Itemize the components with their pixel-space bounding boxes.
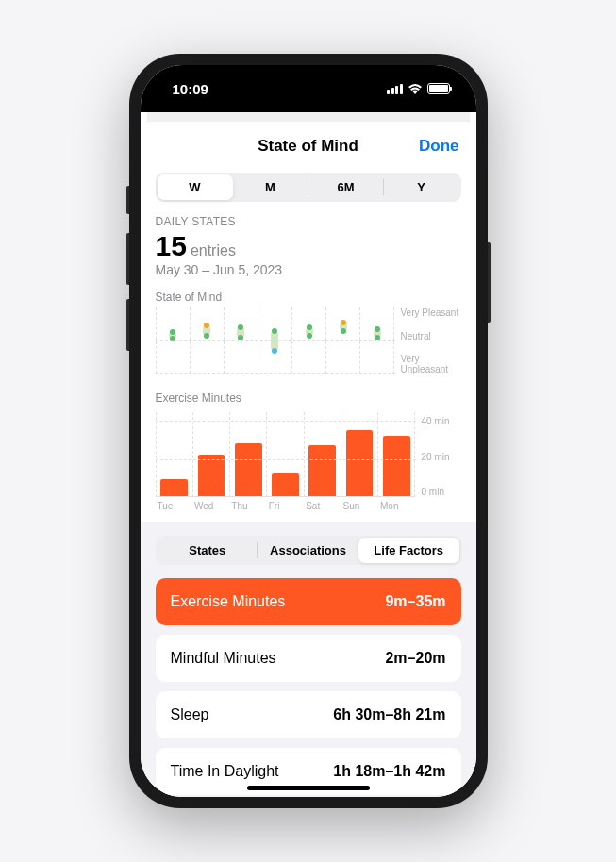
factors-list: Exercise Minutes9m–35mMindful Minutes2m–… (156, 578, 461, 795)
phone-power-button (488, 242, 491, 323)
exercise-bar (308, 445, 336, 496)
page-title: State of Mind (258, 137, 358, 156)
phone-side-button (126, 186, 129, 214)
exercise-bar (346, 430, 374, 496)
view-mode-selector[interactable]: StatesAssociationsLife Factors (156, 536, 461, 565)
battery-icon (427, 83, 450, 94)
wifi-icon (408, 83, 423, 94)
factor-row-exercise-minutes[interactable]: Exercise Minutes9m–35m (156, 578, 461, 625)
mood-column (258, 307, 291, 373)
y-label: Neutral (401, 331, 461, 341)
mood-chart: Very Pleasant Neutral Very Unpleasant (141, 307, 476, 380)
mood-column (156, 307, 190, 373)
factor-value: 9m–35m (385, 593, 445, 610)
factor-name: Exercise Minutes (171, 593, 286, 610)
factor-value: 2m–20m (385, 650, 445, 667)
home-indicator[interactable] (247, 786, 370, 790)
status-indicators (387, 83, 450, 94)
mood-chart-label: State of Mind (141, 290, 476, 307)
mood-y-axis: Very Pleasant Neutral Very Unpleasant (395, 307, 461, 374)
mood-data-point (170, 329, 175, 335)
exercise-bar (198, 455, 225, 496)
y-label: 20 min (422, 452, 461, 462)
exercise-bar (383, 436, 410, 496)
y-label: 0 min (422, 487, 461, 497)
x-axis-label: Sun (341, 501, 378, 511)
life-factors-section: StatesAssociationsLife Factors Exercise … (141, 522, 476, 797)
factor-name: Time In Daylight (171, 763, 279, 780)
mood-column (224, 307, 258, 373)
x-axis-label: Mon (378, 501, 415, 511)
exercise-chart-label: Exercise Minutes (141, 380, 476, 408)
main-card: State of Mind Done WM6MY DAILY STATES 15… (141, 122, 476, 797)
time-segment-6m[interactable]: 6M (308, 174, 384, 200)
mood-data-point (307, 333, 312, 339)
exercise-column (377, 412, 415, 497)
x-axis-labels: TueWedThuFriSatSunMon (141, 497, 476, 522)
time-segment-y[interactable]: Y (384, 174, 459, 200)
exercise-column (192, 412, 229, 497)
time-segment-m[interactable]: M (233, 174, 308, 200)
phone-side-button (126, 299, 129, 351)
x-axis-label: Tue (156, 501, 192, 511)
factor-name: Mindful Minutes (171, 650, 276, 667)
entries-summary: 15 entries (141, 228, 476, 262)
exercise-chart-grid (156, 412, 416, 497)
mood-column (359, 307, 394, 373)
phone-side-button (126, 233, 129, 285)
mood-data-point (204, 323, 209, 328)
factor-value: 6h 30m–8h 21m (333, 706, 445, 723)
view-segment-associations[interactable]: Associations (258, 538, 358, 563)
section-label: DAILY STATES (141, 215, 476, 228)
mood-column (190, 307, 224, 373)
mood-data-point (375, 326, 380, 332)
phone-frame: 10:09 State of Mind Done W (129, 54, 488, 808)
mood-data-point (375, 335, 380, 340)
content-area: State of Mind Done WM6MY DAILY STATES 15… (141, 112, 476, 797)
exercise-column (341, 412, 377, 497)
y-label: Very Pleasant (401, 307, 461, 318)
mood-data-point (204, 333, 209, 339)
factor-row-sleep[interactable]: Sleep6h 30m–8h 21m (156, 691, 461, 738)
exercise-bar (160, 479, 188, 496)
view-segment-states[interactable]: States (158, 538, 258, 563)
factor-row-mindful-minutes[interactable]: Mindful Minutes2m–20m (156, 635, 461, 682)
date-range: May 30 – Jun 5, 2023 (141, 262, 476, 290)
mood-data-point (272, 348, 277, 354)
mood-column (325, 307, 359, 373)
factor-value: 1h 18m–1h 42m (333, 763, 445, 780)
exercise-column (156, 412, 192, 497)
entries-label: entries (191, 242, 236, 259)
mood-data-point (272, 328, 277, 334)
exercise-column (229, 412, 266, 497)
mood-data-point (238, 335, 243, 340)
exercise-bar (272, 473, 299, 496)
exercise-chart: 40 min 20 min 0 min (141, 408, 476, 497)
mood-data-point (341, 320, 346, 325)
done-button[interactable]: Done (419, 137, 459, 156)
x-axis-label: Wed (192, 501, 229, 511)
modal-header: State of Mind Done (141, 122, 476, 167)
view-segment-life-factors[interactable]: Life Factors (358, 538, 459, 563)
entries-count: 15 (156, 230, 187, 262)
factor-name: Sleep (171, 706, 209, 723)
exercise-column (266, 412, 303, 497)
time-range-selector[interactable]: WM6MY (156, 173, 461, 202)
exercise-bar (235, 443, 262, 496)
mood-chart-grid (156, 307, 395, 374)
dynamic-island (258, 78, 359, 108)
phone-screen: 10:09 State of Mind Done W (141, 65, 476, 797)
exercise-column (304, 412, 341, 497)
mood-data-point (238, 324, 243, 330)
mood-data-point (341, 328, 346, 334)
mood-data-point (170, 336, 175, 341)
mood-column (291, 307, 325, 373)
exercise-y-axis: 40 min 20 min 0 min (416, 412, 461, 497)
y-label: 40 min (422, 416, 461, 426)
time-segment-w[interactable]: W (158, 174, 233, 200)
cellular-icon (387, 84, 403, 94)
y-label: Very Unpleasant (401, 354, 461, 374)
mood-data-point (307, 324, 312, 330)
x-axis-label: Fri (267, 501, 304, 511)
x-axis-label: Thu (229, 501, 266, 511)
